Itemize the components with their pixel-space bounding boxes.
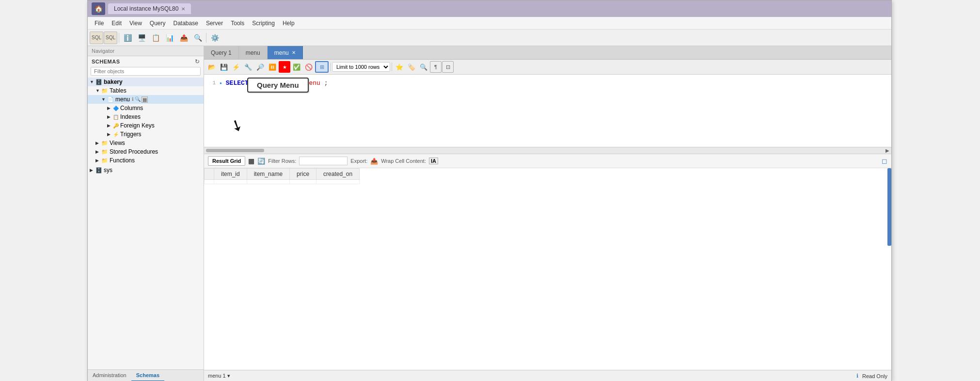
- scroll-right-arrow[interactable]: ▶: [885, 148, 889, 153]
- tb-import[interactable]: 📤: [177, 32, 190, 44]
- functions-icon: 📁: [101, 158, 108, 164]
- col-header-item-id[interactable]: item_id: [214, 169, 247, 180]
- info-table-icon[interactable]: ℹ: [132, 96, 134, 103]
- vertical-scrollbar[interactable]: [887, 168, 891, 246]
- tree-item-views[interactable]: ▶ 📁 Views: [88, 139, 204, 147]
- menu-edit[interactable]: Edit: [108, 18, 126, 28]
- bookmark-btn[interactable]: ⭐: [394, 61, 405, 73]
- tab-schemas[interactable]: Schemas: [131, 370, 164, 381]
- sql-line-1: 1 ● SELECT * FROM bakery.menu ;: [208, 78, 887, 89]
- tab-menu1[interactable]: menu: [239, 46, 268, 59]
- commit-btn[interactable]: ✅: [291, 61, 302, 73]
- menu-tab-status[interactable]: menu 1 ▾: [208, 373, 230, 379]
- title-tab[interactable]: Local instance MySQL80 ✕: [108, 3, 191, 14]
- chevron-down-icon: ▼: [90, 79, 95, 84]
- tb-new-sql[interactable]: SQL: [90, 32, 103, 44]
- invisible-chars-btn[interactable]: ¶: [430, 61, 442, 73]
- rollback-btn[interactable]: 🚫: [303, 61, 315, 73]
- menu-tools[interactable]: Tools: [227, 18, 248, 28]
- result-grid-tab[interactable]: Result Grid: [208, 156, 245, 166]
- word-wrap-btn[interactable]: ⊡: [442, 61, 454, 73]
- navigator-header: Navigator: [88, 46, 204, 56]
- tree-item-bakery[interactable]: ▼ 🗄️ bakery: [88, 78, 204, 86]
- stored-procs-icon: 📁: [101, 149, 108, 155]
- open-file-btn[interactable]: 📂: [206, 61, 218, 73]
- chevron-down-icon: ▼: [95, 88, 101, 93]
- tab-administration[interactable]: Administration: [88, 370, 131, 381]
- col-header-item-name[interactable]: item_name: [247, 169, 289, 180]
- tree-item-triggers[interactable]: ▶ ⚡ Triggers: [88, 130, 204, 139]
- tb-export[interactable]: 🔍: [191, 32, 205, 44]
- menu-server[interactable]: Server: [202, 18, 227, 28]
- tables-icon: 📁: [101, 88, 108, 94]
- tb-table[interactable]: 📋: [149, 32, 162, 44]
- tab-menu-active[interactable]: menu ✕: [268, 46, 303, 59]
- tb-table2[interactable]: 📊: [163, 32, 176, 44]
- stop-btn[interactable]: ⏸️: [267, 61, 278, 73]
- format-btn[interactable]: 🏷️: [406, 61, 417, 73]
- tb-server-mgmt[interactable]: 🖥️: [135, 32, 148, 44]
- col-header-checkbox: [205, 169, 214, 180]
- menu-scripting[interactable]: Scripting: [248, 18, 279, 28]
- menu-file[interactable]: File: [91, 18, 108, 28]
- toggle-results-btn[interactable]: ⊞: [315, 61, 329, 73]
- right-panel: Query 1 menu menu ✕ 📂 💾 ⚡ 🔧: [204, 46, 891, 381]
- tb-new-sql2[interactable]: SQL: [104, 32, 117, 44]
- foreign-keys-label: Foreign Keys: [120, 122, 155, 129]
- chevron-right-icon: ▶: [95, 149, 101, 154]
- home-button[interactable]: 🏠: [92, 2, 105, 15]
- filter-rows-input[interactable]: [299, 157, 348, 165]
- horizontal-scrollbar[interactable]: ▶: [204, 147, 891, 154]
- stored-procedures-label: Stored Procedures: [110, 148, 158, 155]
- tab-query1[interactable]: Query 1: [204, 46, 239, 59]
- sql-editor[interactable]: 1 ● SELECT * FROM bakery.menu ;: [204, 75, 891, 147]
- tree-item-indexes[interactable]: ▶ 📋 Indexes: [88, 112, 204, 121]
- tree-item-columns[interactable]: ▶ 🔷 Columns: [88, 104, 204, 112]
- result-table[interactable]: item_id item_name price created_on: [204, 168, 891, 370]
- menu-view[interactable]: View: [126, 18, 146, 28]
- refresh-result-icon[interactable]: 🔄: [257, 158, 265, 165]
- chevron-right-icon: ▶: [107, 132, 113, 137]
- menu-database[interactable]: Database: [170, 18, 202, 28]
- search-table-icon[interactable]: 🔍: [135, 96, 141, 103]
- chevron-right-icon: ▶: [107, 114, 113, 119]
- edit-table-icon[interactable]: ▦: [142, 96, 148, 103]
- functions-label: Functions: [110, 157, 135, 164]
- menu-help[interactable]: Help: [279, 18, 299, 28]
- tb-info[interactable]: ℹ️: [121, 32, 134, 44]
- bakery-label: bakery: [104, 79, 123, 85]
- col-header-price[interactable]: price: [290, 169, 316, 180]
- tb-perf[interactable]: ⚙️: [208, 32, 221, 44]
- execute-selection-btn[interactable]: 🔧: [242, 61, 254, 73]
- nav-bottom-tabs: Administration Schemas: [88, 369, 204, 381]
- tree-item-tables[interactable]: ▼ 📁 Tables: [88, 86, 204, 95]
- tree-item-stored-procedures[interactable]: ▶ 📁 Stored Procedures: [88, 147, 204, 156]
- explain-btn[interactable]: 🔎: [254, 61, 266, 73]
- line-number: 1: [208, 79, 216, 88]
- refresh-icon[interactable]: ↻: [195, 58, 200, 65]
- info-status-icon: ℹ: [856, 373, 858, 379]
- toggle-panel-icon[interactable]: ◻: [882, 157, 887, 165]
- execute-btn[interactable]: ⚡: [230, 61, 242, 73]
- chevron-right-icon: ▶: [95, 141, 101, 145]
- save-btn[interactable]: 💾: [218, 61, 230, 73]
- col-header-created-on[interactable]: created_on: [316, 169, 360, 180]
- reload-btn[interactable]: ★: [279, 61, 290, 73]
- tree-item-functions[interactable]: ▶ 📁 Functions: [88, 156, 204, 165]
- result-grid-icon[interactable]: ▦: [248, 157, 254, 165]
- chevron-right-icon: ▶: [90, 168, 95, 173]
- result-grid-toolbar: Result Grid ▦ 🔄 Filter Rows: Export: 📤 W…: [204, 154, 891, 168]
- tab-close-icon[interactable]: ✕: [292, 50, 296, 55]
- find-btn[interactable]: 🔍: [418, 61, 429, 73]
- export-icon[interactable]: 📤: [370, 158, 378, 165]
- tree-item-sys[interactable]: ▶ 🗄️ sys: [88, 166, 204, 175]
- tree-item-foreign-keys[interactable]: ▶ 🔑 Foreign Keys: [88, 121, 204, 130]
- tree-item-menu[interactable]: ▼ 📄 menu ℹ 🔍 ▦: [88, 95, 204, 104]
- wrap-content-icon[interactable]: IA: [429, 158, 438, 164]
- limit-rows-select[interactable]: Limit to 1000 rows: [332, 62, 390, 72]
- title-tab-close[interactable]: ✕: [181, 6, 185, 12]
- menu-query[interactable]: Query: [146, 18, 170, 28]
- title-tab-label: Local instance MySQL80: [114, 5, 178, 12]
- filter-input[interactable]: [91, 67, 201, 76]
- database-icon: 🗄️: [95, 79, 102, 85]
